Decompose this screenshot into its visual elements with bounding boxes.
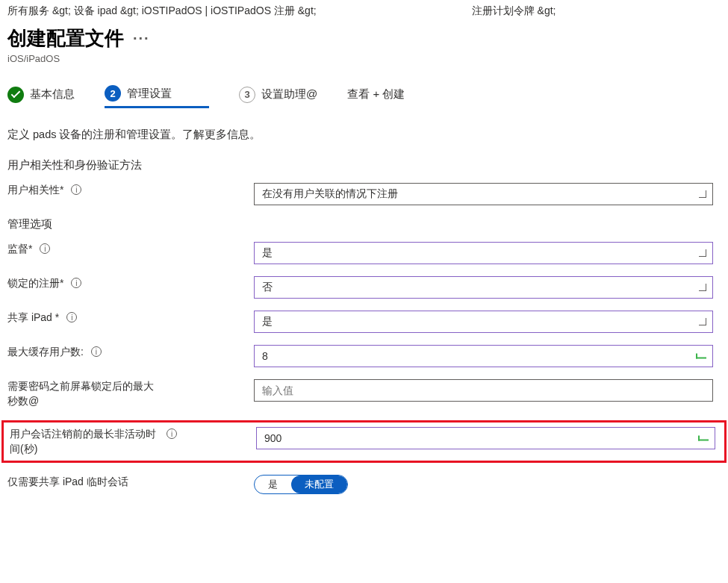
field-label: 监督* [7, 242, 32, 257]
field-label: 锁定的注册* [7, 276, 63, 291]
input-value: 8 [262, 350, 268, 362]
page-title: 创建配置文件 ··· [7, 25, 721, 52]
section-auth-label: 用户相关性和身份验证方法 [7, 158, 721, 172]
toggle-option-yes[interactable]: 是 [255, 476, 291, 493]
field-label: 共享 iPad * [7, 311, 59, 325]
supervised-select[interactable]: 是 [254, 242, 713, 264]
step-setup-assistant[interactable]: 3 设置助理@ [239, 87, 317, 107]
shared-ipad-select[interactable]: 是 [254, 311, 713, 333]
field-temp-session-only: 仅需要共享 iPad 临时会话 是 未配置 [7, 475, 721, 494]
info-icon[interactable]: i [91, 346, 102, 357]
step-management-settings[interactable]: 2 管理设置 [105, 85, 209, 108]
breadcrumb: 所有服务 &gt; 设备 ipad &gt; iOSTIPadOS | iOST… [7, 4, 721, 18]
step-label: 设置助理@ [261, 87, 317, 102]
page-title-text: 创建配置文件 [7, 25, 124, 52]
field-seconds-before-lock: 需要密码之前屏幕锁定后的最大秒数@ [7, 379, 721, 408]
ellipsis-icon[interactable]: ··· [133, 30, 150, 47]
info-icon[interactable]: i [40, 243, 50, 254]
wizard-steps: 基本信息 2 管理设置 3 设置助理@ 查看 + 创建 [7, 85, 721, 108]
step-number-icon: 3 [239, 87, 255, 103]
chevron-down-icon [699, 249, 706, 257]
field-locked-enrollment: 锁定的注册* i 否 [7, 276, 721, 299]
field-inactivity-timeout-highlight: 用户会话注销前的最长非活动时间(秒) i 900 [1, 420, 727, 463]
step-label: 基本信息 [30, 87, 75, 102]
section-mgmt-label: 管理选项 [7, 217, 721, 231]
seconds-before-lock-input[interactable] [254, 379, 713, 402]
chevron-down-icon [699, 284, 706, 291]
temp-session-toggle[interactable]: 是 未配置 [254, 475, 348, 494]
breadcrumb-part1[interactable]: 所有服务 &gt; 设备 ipad &gt; iOSTIPadOS | iOST… [7, 4, 317, 18]
step-number-icon: 2 [105, 85, 121, 102]
page-description: 定义 pads 设备的注册和管理设置。了解更多信息。 [7, 128, 721, 142]
chevron-down-icon [699, 318, 706, 325]
field-user-affinity: 用户相关性* i 在没有用户关联的情况下注册 [7, 183, 721, 205]
field-label: 最大缓存用户数: [7, 345, 84, 360]
breadcrumb-part2[interactable]: 注册计划令牌 &gt; [472, 4, 556, 18]
info-icon[interactable]: i [66, 312, 77, 322]
step-review-create[interactable]: 查看 + 创建 [347, 87, 405, 106]
chevron-down-icon [699, 190, 706, 198]
max-cached-users-input[interactable]: 8 [254, 345, 713, 367]
info-icon[interactable]: i [71, 184, 81, 195]
select-value: 是 [262, 315, 273, 328]
step-basic-info[interactable]: 基本信息 [7, 87, 75, 107]
inactivity-timeout-input[interactable]: 900 [256, 427, 715, 449]
seconds-input-field[interactable] [262, 384, 688, 396]
field-label: 需要密码之前屏幕锁定后的最大秒数@ [7, 379, 157, 408]
field-label: 用户相关性* [7, 183, 63, 198]
select-value: 否 [262, 281, 273, 294]
user-affinity-select[interactable]: 在没有用户关联的情况下注册 [254, 183, 713, 205]
info-icon[interactable]: i [167, 428, 177, 439]
field-label: 用户会话注销前的最长非活动时间(秒) [10, 427, 159, 456]
step-label: 管理设置 [127, 87, 172, 101]
checkmark-icon [696, 354, 706, 359]
field-shared-ipad: 共享 iPad * i 是 [7, 311, 721, 333]
field-label: 仅需要共享 iPad 临时会话 [7, 475, 128, 490]
check-icon [7, 87, 24, 103]
page-subtitle: iOS/iPadOS [7, 53, 721, 64]
locked-enrollment-select[interactable]: 否 [254, 276, 713, 299]
field-max-cached-users: 最大缓存用户数: i 8 [7, 345, 721, 367]
checkmark-icon [698, 436, 709, 441]
info-icon[interactable]: i [71, 278, 81, 288]
field-supervised: 监督* i 是 [7, 242, 721, 264]
input-value: 900 [264, 432, 281, 444]
select-value: 在没有用户关联的情况下注册 [262, 187, 398, 201]
toggle-option-not-configured[interactable]: 未配置 [291, 476, 347, 493]
step-label: 查看 + 创建 [347, 87, 405, 102]
select-value: 是 [262, 246, 273, 260]
